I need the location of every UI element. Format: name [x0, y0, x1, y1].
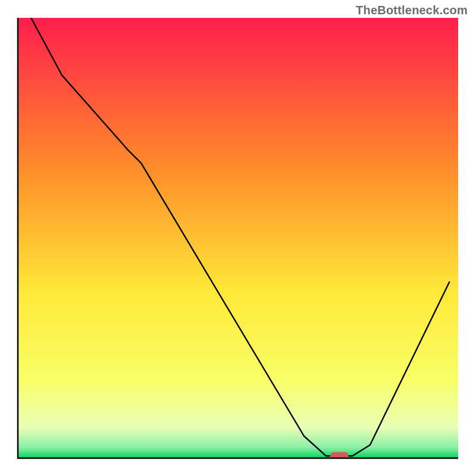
plot-background: [18, 18, 458, 458]
chart-svg: [0, 0, 476, 476]
chart-container: TheBottleneck.com: [0, 0, 476, 476]
